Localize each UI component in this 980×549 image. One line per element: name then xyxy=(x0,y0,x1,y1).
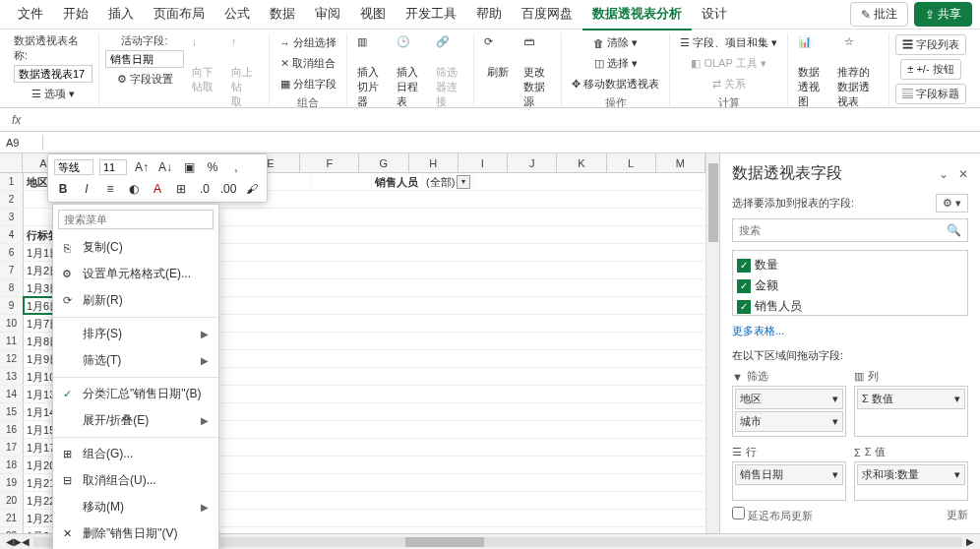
field-list[interactable]: ✓数量✓金额✓销售人员月 xyxy=(732,250,968,316)
field-item[interactable]: ✓数量 xyxy=(737,255,963,275)
drill-down-button[interactable]: ↓ 向下钻取 xyxy=(188,33,223,96)
menubar-item[interactable]: 文件 xyxy=(8,0,53,30)
row-header[interactable]: 14 xyxy=(0,386,24,402)
change-source-button[interactable]: 🗃更改数据源 xyxy=(520,33,555,108)
row-header[interactable]: 4 xyxy=(0,226,24,243)
field-item[interactable]: ✓销售人员 xyxy=(737,296,963,316)
decimal-dec-icon[interactable]: .0 xyxy=(196,180,214,198)
row-header[interactable]: 8 xyxy=(0,279,24,296)
row-header[interactable]: 17 xyxy=(0,439,24,456)
bold-icon[interactable]: B xyxy=(54,180,72,198)
row-header[interactable]: 16 xyxy=(0,421,24,438)
menubar-item[interactable]: 公式 xyxy=(214,0,260,30)
refresh-button[interactable]: ⟳刷新 xyxy=(480,33,516,82)
border-icon[interactable]: ⊞ xyxy=(172,180,190,198)
row-header[interactable]: 18 xyxy=(0,457,24,473)
fields-items-sets-button[interactable]: ☰ 字段、项目和集 ▾ xyxy=(676,33,781,52)
menubar-item[interactable]: 帮助 xyxy=(466,0,512,30)
comma-icon[interactable]: , xyxy=(227,158,245,176)
menubar-item[interactable]: 开发工具 xyxy=(396,0,466,30)
pivot-chart-button[interactable]: 📊数据透视图 xyxy=(794,33,829,108)
column-header[interactable]: G xyxy=(359,153,408,172)
column-header[interactable]: J xyxy=(508,153,557,172)
relations-button[interactable]: ⇄ 关系 xyxy=(708,75,750,93)
field-search-input[interactable] xyxy=(739,224,947,236)
context-menu-item[interactable]: 移动(M)▶ xyxy=(53,494,218,520)
field-headers-toggle[interactable]: ▤ 字段标题 xyxy=(895,84,966,104)
recommended-pivot-button[interactable]: ☆推荐的数据透视表 xyxy=(833,33,883,108)
sheet-nav-next-icon[interactable]: ▶ xyxy=(14,536,22,547)
column-header[interactable]: L xyxy=(607,153,656,172)
context-search-input[interactable] xyxy=(58,210,214,229)
format-painter-icon[interactable]: 🖌 xyxy=(243,180,261,198)
context-menu-item[interactable]: ⊟取消组合(U)... xyxy=(53,467,218,494)
vscroll-thumb[interactable] xyxy=(708,163,718,242)
pivot-name-input[interactable] xyxy=(14,65,92,83)
menubar-item[interactable]: 页面布局 xyxy=(144,0,214,30)
row-header[interactable]: 10 xyxy=(0,315,24,332)
drop-pill[interactable]: 销售日期▾ xyxy=(735,464,843,485)
decimal-inc-icon[interactable]: .00 xyxy=(219,180,237,198)
cell[interactable]: (全部)▾ xyxy=(423,173,474,190)
vertical-scrollbar[interactable] xyxy=(705,153,719,533)
cell[interactable] xyxy=(311,173,372,190)
menubar-item[interactable]: 数据透视表分析 xyxy=(582,0,692,30)
row-header[interactable]: 3 xyxy=(0,209,24,225)
menubar-item[interactable]: 数据 xyxy=(260,0,305,30)
font-color-icon[interactable]: A xyxy=(149,180,166,198)
row-header[interactable]: 13 xyxy=(0,368,24,385)
drop-zone-vals[interactable]: Σ Σ 值求和项:数量▾ xyxy=(854,445,968,501)
column-header[interactable]: I xyxy=(459,153,508,172)
dropdown-icon[interactable]: ▾ xyxy=(457,175,470,189)
column-header[interactable]: M xyxy=(656,153,705,172)
increase-font-icon[interactable]: A↑ xyxy=(133,158,151,176)
menubar-item[interactable]: 设计 xyxy=(692,0,737,30)
defer-layout-checkbox[interactable]: 延迟布局更新 xyxy=(732,507,813,523)
chevron-down-icon[interactable]: ▾ xyxy=(832,468,838,481)
row-header[interactable]: 7 xyxy=(0,262,24,278)
row-header[interactable]: 9 xyxy=(0,297,24,314)
column-header[interactable]: K xyxy=(557,153,606,172)
comment-button[interactable]: ✎ 批注 xyxy=(850,2,908,27)
row-header[interactable]: 20 xyxy=(0,492,24,509)
olap-tools-button[interactable]: ◧ OLAP 工具 ▾ xyxy=(687,54,769,73)
insert-slicer-button[interactable]: ▥插入切片器 xyxy=(353,33,389,108)
checkbox-icon[interactable]: ✓ xyxy=(737,300,751,314)
field-list-toggle[interactable]: ☰ 字段列表 xyxy=(895,34,966,55)
row-header[interactable]: 19 xyxy=(0,474,24,491)
context-menu-item[interactable]: ✕删除"销售日期"(V) xyxy=(53,520,218,547)
move-pivot-button[interactable]: ✥ 移动数据透视表 xyxy=(568,75,663,93)
panel-collapse-icon[interactable]: ⌄ xyxy=(939,167,949,181)
more-tables-link[interactable]: 更多表格... xyxy=(732,324,968,338)
mini-size-input[interactable] xyxy=(99,159,127,175)
drop-pill[interactable]: Σ 数值▾ xyxy=(857,389,965,409)
row-header[interactable]: 6 xyxy=(0,244,24,261)
panel-gear-button[interactable]: ⚙ ▾ xyxy=(936,194,968,213)
cell[interactable]: 销售人员 xyxy=(372,173,423,190)
field-item[interactable]: ✓金额 xyxy=(737,275,963,296)
drop-zone-filter[interactable]: ▼ 筛选地区▾城市▾ xyxy=(732,369,846,437)
clear-button[interactable]: 🗑 清除 ▾ xyxy=(589,33,642,52)
row-header[interactable]: 12 xyxy=(0,350,24,367)
row-header[interactable]: 2 xyxy=(0,191,24,208)
group-field-button[interactable]: ▦ 分组字段 xyxy=(276,75,340,93)
column-header[interactable]: H xyxy=(409,153,459,172)
chevron-down-icon[interactable]: ▾ xyxy=(954,468,960,481)
align-icon[interactable]: ≡ xyxy=(101,180,119,198)
pivot-options-button[interactable]: ☰ 选项 ▾ xyxy=(28,85,79,103)
ungroup-button[interactable]: ⨯ 取消组合 xyxy=(276,54,339,73)
drop-zone-cols[interactable]: ▥ 列Σ 数值▾ xyxy=(854,369,968,437)
name-box[interactable]: A9 xyxy=(0,135,43,151)
context-menu-item[interactable]: ⎘复制(C) xyxy=(53,234,218,261)
menubar-item[interactable]: 审阅 xyxy=(305,0,350,30)
decrease-font-icon[interactable]: A↓ xyxy=(156,158,174,176)
group-selection-button[interactable]: → 分组选择 xyxy=(276,33,340,52)
italic-icon[interactable]: I xyxy=(78,180,95,198)
context-menu-item[interactable]: ⚙设置单元格格式(E)... xyxy=(53,261,218,287)
context-menu-item[interactable]: ⟳刷新(R) xyxy=(53,287,218,314)
context-menu-item[interactable]: 展开/折叠(E)▶ xyxy=(53,407,218,434)
panel-close-icon[interactable]: ✕ xyxy=(958,167,968,181)
percent-icon[interactable]: % xyxy=(204,158,221,176)
update-button[interactable]: 更新 xyxy=(947,508,968,522)
insert-timeline-button[interactable]: 🕒插入日程表 xyxy=(393,33,428,108)
